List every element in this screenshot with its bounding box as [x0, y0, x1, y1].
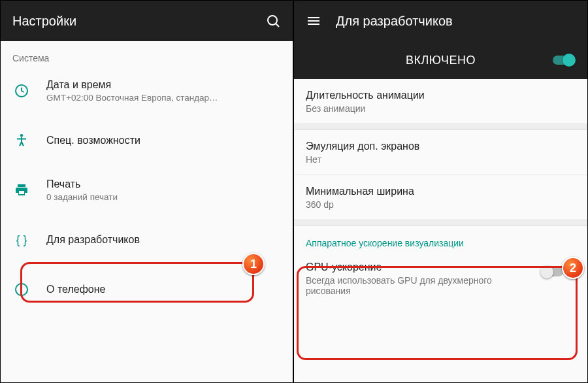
- row-anim-title: Длительность анимации: [306, 90, 576, 101]
- master-toggle[interactable]: [552, 54, 576, 67]
- svg-rect-5: [17, 139, 26, 140]
- row-accessibility[interactable]: Спец. возможности: [1, 116, 293, 165]
- row-developer-title: Для разработчиков: [46, 234, 281, 246]
- enabled-label: ВКЛЮЧЕНО: [406, 54, 476, 67]
- section-hw-accel: Аппаратное ускорение визуализации: [294, 226, 587, 258]
- gpu-toggle[interactable]: [540, 265, 564, 278]
- info-icon: [12, 282, 31, 297]
- hamburger-icon[interactable]: [306, 13, 321, 29]
- row-date-time-title: Дата и время: [46, 79, 281, 91]
- developer-list[interactable]: Длительность анимации Без анимации Эмуля…: [294, 79, 587, 382]
- row-about-title: О телефоне: [46, 284, 281, 295]
- svg-rect-12: [308, 20, 319, 22]
- section-system-label: Система: [1, 41, 293, 66]
- developer-options-pane: Для разработчиков ВКЛЮЧЕНО Длительность …: [294, 1, 587, 382]
- svg-rect-13: [308, 24, 319, 25]
- row-sim-title: Эмуляция доп. экранов: [306, 141, 576, 152]
- row-print[interactable]: Печать 0 заданий печати: [1, 165, 293, 215]
- developer-appbar: Для разработчиков: [294, 1, 587, 41]
- row-gpu-rendering[interactable]: GPU-ускорение Всегда использовать GPU дл…: [294, 258, 587, 305]
- row-min-width[interactable]: Минимальная ширина 360 dp: [294, 175, 587, 220]
- svg-rect-11: [308, 17, 319, 18]
- row-gpu-sub: Всегда использовать GPU для двухмерного …: [306, 275, 536, 296]
- row-date-time[interactable]: Дата и время GMT+02:00 Восточная Европа,…: [1, 66, 293, 116]
- clock-icon: [12, 83, 31, 99]
- svg-point-3: [20, 134, 23, 137]
- row-about-phone[interactable]: О телефоне: [1, 265, 293, 314]
- row-print-title: Печать: [46, 178, 281, 190]
- row-accessibility-title: Спец. возможности: [46, 135, 281, 146]
- developer-title: Для разработчиков: [336, 14, 576, 29]
- row-sim-sub: Нет: [306, 154, 576, 165]
- settings-appbar: Настройки: [1, 1, 293, 41]
- svg-point-10: [21, 286, 22, 288]
- braces-icon: { }: [12, 233, 31, 247]
- settings-list[interactable]: Система Дата и время GMT+02:00 Восточная…: [1, 41, 293, 382]
- settings-pane: Настройки Система Дата и время GMT+02:00…: [1, 1, 294, 382]
- svg-rect-7: [21, 142, 24, 146]
- printer-icon: [12, 182, 31, 198]
- row-minw-title: Минимальная ширина: [306, 186, 576, 197]
- row-animation-duration[interactable]: Длительность анимации Без анимации: [294, 79, 587, 124]
- row-anim-sub: Без анимации: [306, 103, 576, 114]
- svg-line-1: [276, 24, 279, 27]
- settings-title: Настройки: [12, 14, 251, 29]
- row-print-sub: 0 заданий печати: [46, 192, 281, 202]
- row-date-time-sub: GMT+02:00 Восточная Европа, стандар…: [46, 93, 281, 103]
- svg-point-0: [268, 16, 277, 25]
- enabled-bar[interactable]: ВКЛЮЧЕНО: [294, 41, 587, 79]
- search-icon[interactable]: [265, 13, 281, 29]
- row-gpu-title: GPU-ускорение: [306, 261, 536, 273]
- accessibility-icon: [12, 133, 31, 148]
- row-simulate-displays[interactable]: Эмуляция доп. экранов Нет: [294, 130, 587, 175]
- row-developer-options[interactable]: { } Для разработчиков: [1, 215, 293, 265]
- row-minw-sub: 360 dp: [306, 199, 576, 210]
